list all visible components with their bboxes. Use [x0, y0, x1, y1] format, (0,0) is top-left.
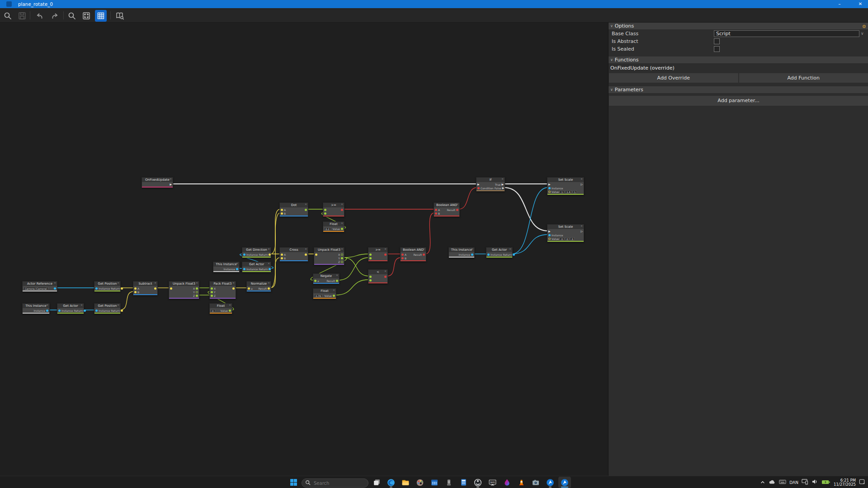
node-dot[interactable]: Dot×AB [279, 202, 308, 217]
pin-out[interactable] [336, 280, 338, 282]
node-close-icon[interactable]: × [305, 203, 307, 206]
pin-in[interactable] [435, 212, 437, 215]
node-close-icon[interactable]: × [170, 178, 172, 180]
pin-out[interactable] [236, 268, 238, 270]
pin-in[interactable] [134, 287, 137, 290]
pin-in[interactable] [281, 253, 283, 256]
pin-in[interactable] [243, 268, 245, 270]
pin-in[interactable] [243, 253, 245, 256]
task-view-button[interactable] [370, 477, 383, 488]
is-sealed-checkbox[interactable] [714, 46, 720, 52]
node-boolean-and-1[interactable]: Boolean AND×AResultB [434, 202, 460, 217]
value-field[interactable]: 1 [560, 190, 564, 193]
pin-out[interactable] [46, 310, 48, 312]
volume-icon[interactable] [811, 478, 818, 487]
node-greater-equal-2[interactable]: >=× [368, 247, 388, 262]
touch-keyboard-icon[interactable] [779, 478, 786, 487]
flax-engine-icon[interactable] [544, 477, 557, 488]
pin-in[interactable] [548, 234, 551, 236]
pin-out[interactable] [471, 253, 473, 256]
value-field[interactable]: 0 [565, 237, 570, 240]
pin-out[interactable] [305, 253, 307, 256]
pin-in[interactable]: ▶ [548, 230, 551, 233]
pin-in[interactable] [281, 257, 283, 259]
node-negate[interactable]: Negate×aResult [313, 273, 340, 284]
pin-in[interactable] [324, 212, 326, 215]
file-explorer-icon[interactable] [399, 477, 412, 488]
wire-object[interactable] [512, 235, 548, 254]
add-function-button[interactable]: Add Function [739, 73, 868, 83]
edge-icon[interactable] [385, 477, 397, 488]
screen-capture-icon[interactable]: SHG [486, 477, 499, 488]
pin-out[interactable] [121, 310, 123, 312]
node-close-icon[interactable]: × [268, 262, 270, 265]
value-field[interactable]: 1 [573, 190, 577, 193]
pin-out[interactable] [154, 287, 156, 290]
tray-clock[interactable]: 6:21 PM 11/27/2025 [834, 479, 856, 487]
pin-out[interactable] [84, 310, 86, 312]
node-greater-equal-1[interactable]: >=× [323, 202, 344, 217]
pin-in[interactable] [324, 209, 326, 211]
value-field[interactable]: 0 [211, 309, 215, 312]
calculator-icon[interactable] [457, 477, 470, 488]
value-field[interactable]: Camera (Camera) [24, 287, 48, 290]
node-unpack-float3-mid[interactable]: Unpack Float3×XYZ [314, 247, 344, 265]
calendar-icon[interactable] [428, 477, 441, 488]
node-get-actor-mid[interactable]: Get Actor×InstanceReturn [242, 262, 271, 272]
parameters-section-header[interactable]: ∨ Parameters [609, 86, 868, 93]
node-close-icon[interactable]: × [117, 304, 119, 306]
node-this-instance-mid[interactable]: This Instance×Instance [213, 262, 240, 272]
node-get-actor-right[interactable]: Get Actor×InstanceReturn [486, 247, 513, 258]
node-close-icon[interactable]: × [268, 248, 270, 250]
hidden-icons-chevron[interactable] [760, 478, 765, 487]
redo-icon[interactable] [49, 10, 61, 22]
node-set-scale-2[interactable]: Set Scale×▶▷InstanceValue000 [547, 224, 584, 242]
color-drop-icon[interactable] [500, 477, 513, 488]
node-close-icon[interactable]: × [196, 282, 198, 284]
search-icon[interactable] [2, 10, 14, 22]
pin-out[interactable] [384, 276, 387, 278]
camera-icon[interactable] [529, 477, 542, 488]
pin-out[interactable] [196, 295, 198, 297]
node-subtract[interactable]: Subtract×AB [133, 281, 158, 296]
wire-exec[interactable] [504, 188, 548, 231]
node-float-0-39[interactable]: Float×0.39Value [313, 288, 336, 299]
node-this-instance-bl[interactable]: This Instance×Instance [22, 303, 50, 314]
node-close-icon[interactable]: × [423, 248, 425, 250]
node-get-actor-bl[interactable]: Get Actor×InstanceReturn [57, 303, 84, 314]
node-actor-reference[interactable]: Actor Reference×Camera (Camera) [22, 281, 57, 292]
pin-in[interactable] [548, 187, 551, 189]
grid-icon[interactable] [95, 10, 107, 22]
pin-out[interactable] [341, 261, 343, 263]
node-normalize[interactable]: Normalize×aResult [246, 281, 271, 292]
pin-in[interactable] [369, 257, 372, 259]
node-pack-float3[interactable]: Pack Float3×XYZ [209, 281, 236, 299]
node-close-icon[interactable]: × [341, 203, 343, 206]
pin-in[interactable] [134, 291, 137, 293]
pin-in[interactable] [401, 253, 404, 256]
function-item[interactable]: OnFixedUpdate (override) [609, 64, 868, 72]
node-get-position-1[interactable]: Get Position×InstanceReturn [94, 281, 121, 292]
pin-in[interactable] [95, 287, 98, 290]
value-field[interactable]: 0 [560, 237, 564, 240]
node-close-icon[interactable]: × [336, 274, 338, 277]
pin-in[interactable]: ▶ [548, 183, 551, 186]
vlc-icon[interactable] [515, 477, 528, 488]
pin-out[interactable] [341, 257, 343, 259]
node-close-icon[interactable]: × [384, 270, 387, 272]
titlebar[interactable]: plane_rotate_0 – ✕ [0, 0, 868, 8]
node-close-icon[interactable]: × [471, 248, 473, 250]
node-close-icon[interactable]: × [154, 282, 156, 284]
wire-vector[interactable] [270, 213, 280, 288]
fit-view-icon[interactable] [80, 10, 92, 22]
pin-in[interactable] [548, 191, 551, 193]
node-close-icon[interactable]: × [46, 304, 48, 306]
pin-out[interactable] [196, 287, 198, 290]
pin-in[interactable] [487, 253, 490, 256]
node-close-icon[interactable]: × [501, 178, 504, 180]
pin-out[interactable] [423, 253, 425, 256]
value-field[interactable]: 1.4 [565, 190, 572, 193]
pin-out[interactable] [269, 268, 271, 270]
pin-in[interactable] [369, 276, 372, 278]
value-field[interactable]: 0.39 [314, 294, 322, 297]
